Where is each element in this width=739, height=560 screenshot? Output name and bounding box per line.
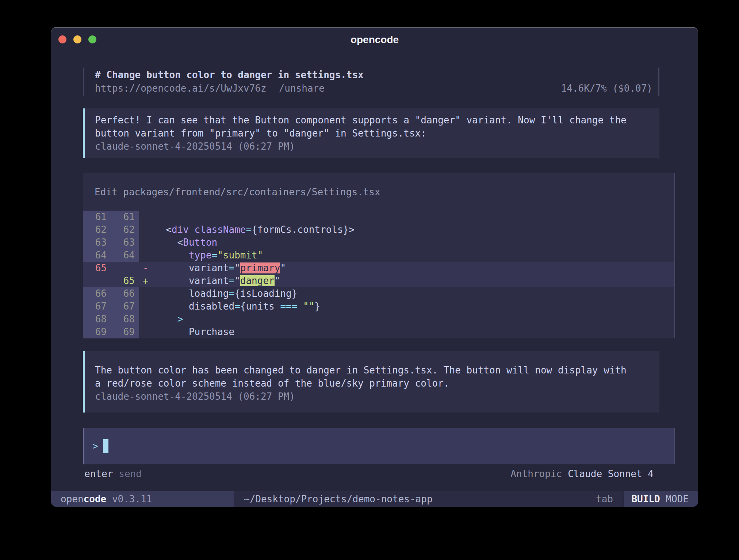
diff-row: 6868 > [83,313,674,326]
code-token: = [246,224,252,235]
text-cursor [103,439,108,453]
diff-row: 6161 [83,211,674,223]
code-token: === [280,301,297,312]
code-token: < [154,237,183,248]
diff-row: 6969 Purchase [83,326,674,338]
provider-label: Anthropic [510,468,562,479]
session-header: # Change button color to danger in setti… [83,68,659,96]
message-line: button variant from "primary" to "danger… [95,127,651,140]
code-token: "submit" [217,250,263,261]
mode-label: BUILD [631,494,660,505]
code-line: variant="danger" [154,275,280,287]
diff-row: 65- variant="primary" [83,262,674,275]
new-line-number: 62 [111,223,139,236]
code-token: = [229,288,235,299]
new-line-number: 63 [111,236,139,249]
code-token: primary [240,262,280,273]
mode-badge[interactable]: BUILD MODE [623,491,698,507]
code-token: {formCs.controls}> [252,224,355,235]
status-bar: opencode v0.3.11 ~/Desktop/Projects/demo… [51,491,698,507]
old-line-number: 65 [83,262,111,275]
window-title: opencode [51,27,698,51]
titlebar: opencode [51,27,698,51]
prompt-input[interactable]: > [83,428,675,464]
screen: opencode # Change button color to danger… [0,0,739,560]
maximize-button[interactable] [88,35,96,43]
mode-suffix: MODE [660,494,689,505]
code-token: loading [154,288,229,299]
new-line-number: 65 [111,275,139,287]
diff-marker [139,236,154,249]
opencode-window: opencode # Change button color to danger… [51,27,698,507]
code-line: type="submit" [154,249,263,262]
enter-hint: entersend [84,467,142,480]
prompt-symbol: > [92,441,98,452]
code-token [189,224,195,235]
session-title: # Change button color to danger in setti… [95,68,652,82]
diff-row: 6262 <div className={formCs.controls}> [83,223,674,236]
new-line-number: 69 [111,326,139,338]
old-line-number: 67 [83,300,111,313]
diff-marker [139,300,154,313]
code-token: Button [183,237,217,248]
edit-tool-card: Edit packages/frontend/src/containers/Se… [83,173,675,338]
diff-marker [139,326,154,338]
diff-marker [139,249,154,262]
code-token: variant [154,262,229,273]
code-token: } [314,301,320,312]
model-indicator[interactable]: AnthropicClaude Sonnet 4 [510,467,654,480]
code-token: type [189,250,212,261]
version-label: v0.3.11 [106,494,152,505]
message-line: a red/rose color scheme instead of the b… [95,377,651,390]
diff-marker [139,223,154,236]
diff-marker: - [139,262,154,275]
code-token: "" [303,301,314,312]
code-line: <div className={formCs.controls}> [154,223,355,236]
send-action-label: send [119,468,142,479]
code-token: disabled [154,301,234,312]
share-url[interactable]: https://opencode.ai/s/UwJxv76z [95,83,267,94]
code-line: loading={isLoading} [154,287,297,300]
old-line-number: 66 [83,287,111,300]
assistant-message: Perfect! I can see that the Button compo… [83,108,659,158]
old-line-number: 62 [83,223,111,236]
new-line-number: 66 [111,287,139,300]
old-line-number: 63 [83,236,111,249]
minimize-button[interactable] [73,35,81,43]
old-line-number: 61 [83,211,111,223]
code-token: = [229,262,235,273]
brand-open: open [61,494,84,505]
diff-marker [139,287,154,300]
code-token: > [177,314,183,325]
enter-key-label: enter [84,468,113,479]
brand-code: code [84,494,107,505]
diff-row: 6464 type="submit" [83,249,674,262]
code-token: = [212,250,218,261]
old-line-number: 64 [83,249,111,262]
message-line: Perfect! I can see that the Button compo… [95,114,651,127]
diff-row: 6363 <Button [83,236,674,249]
old-line-number [83,275,111,287]
code-token [297,301,303,312]
close-button[interactable] [58,35,66,43]
code-token: {isLoading} [234,288,297,299]
model-timestamp: claude-sonnet-4-20250514 (06:27 PM) [95,140,651,153]
diff-marker: + [139,275,154,287]
code-line: <Button [154,236,217,249]
diff-row: 6666 loading={isLoading} [83,287,674,300]
new-line-number [111,262,139,275]
old-line-number: 69 [83,326,111,338]
new-line-number: 64 [111,249,139,262]
window-controls [58,35,96,43]
code-token: " [280,262,286,273]
code-token [154,250,189,261]
new-line-number: 68 [111,313,139,326]
diff-marker [139,211,154,223]
new-line-number: 67 [111,300,139,313]
message-line: The button color has been changed to dan… [95,364,651,377]
assistant-message: The button color has been changed to dan… [83,351,659,413]
code-token: < [154,224,172,235]
unshare-command[interactable]: /unshare [279,83,325,94]
tab-key-hint[interactable]: tab [596,491,623,507]
code-token: " [234,262,240,273]
